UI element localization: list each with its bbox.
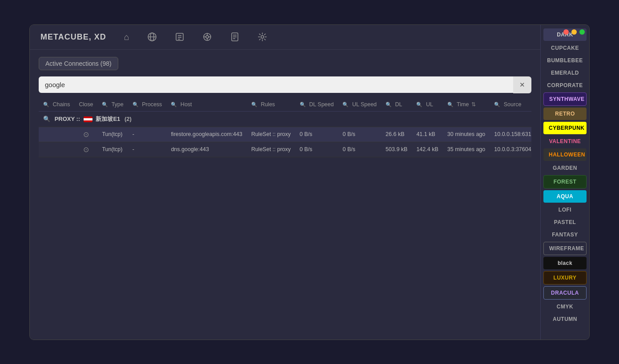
close-button[interactable]: ⊙ bbox=[79, 145, 93, 154]
theme-halloween[interactable]: HALLOWEEN bbox=[543, 148, 587, 161]
col-time[interactable]: 🔍 Time ⇅ bbox=[443, 98, 490, 112]
theme-aqua[interactable]: AQUA bbox=[543, 190, 587, 203]
group-row-cell: 🔍 PROXY :: 新加坡E1 (2) bbox=[39, 111, 531, 127]
table-row: ⊙ Tun(tcp) - dns.google:443 RuleSet :: p… bbox=[39, 142, 531, 157]
col-process[interactable]: 🔍 Process bbox=[128, 98, 167, 112]
theme-autumn[interactable]: AUTUMN bbox=[541, 313, 589, 325]
row2-ul-speed: 0 B/s bbox=[338, 142, 381, 157]
theme-dracula[interactable]: DRACULA bbox=[543, 286, 587, 300]
logs-icon[interactable] bbox=[230, 32, 240, 42]
theme-cmyk[interactable]: CMYK bbox=[541, 300, 589, 313]
col-ul[interactable]: 🔍 UL bbox=[412, 98, 442, 112]
group-server: 新加坡E1 bbox=[96, 116, 120, 122]
table-header-row: 🔍 Chains Close 🔍 Type 🔍 bbox=[39, 98, 531, 112]
theme-synthwave[interactable]: SYNTHWAVE bbox=[543, 92, 587, 106]
row2-time: 35 minutes ago bbox=[443, 142, 490, 157]
close-search-button[interactable]: ✕ bbox=[513, 76, 531, 93]
row1-host: firestore.googleapis.com:443 bbox=[166, 127, 247, 142]
close-button[interactable]: ⊙ bbox=[79, 130, 93, 139]
app-window: METACUBE, XD ⌂ bbox=[29, 24, 590, 340]
col-rules[interactable]: 🔍 Rules bbox=[247, 98, 295, 112]
proxies-icon[interactable] bbox=[147, 32, 157, 42]
row2-dl: 503.9 kB bbox=[381, 142, 412, 157]
col-source[interactable]: 🔍 Source bbox=[490, 98, 531, 112]
row1-rules: RuleSet :: proxy bbox=[247, 127, 295, 142]
connections-table: 🔍 Chains Close 🔍 Type 🔍 bbox=[39, 98, 531, 157]
theme-black[interactable]: black bbox=[543, 257, 587, 269]
nav-icons: ⌂ bbox=[124, 32, 267, 42]
row1-chains bbox=[39, 127, 74, 142]
row2-process: - bbox=[128, 142, 167, 157]
rules-search-icon: 🔍 bbox=[251, 102, 257, 108]
theme-sidebar: DARK CUPCAKE BUMBLEBEE EMERALD CORPORATE… bbox=[540, 25, 589, 340]
col-type[interactable]: 🔍 Type bbox=[97, 98, 128, 112]
theme-corporate[interactable]: CORPORATE bbox=[541, 79, 589, 92]
theme-retro[interactable]: RETRO bbox=[543, 108, 587, 120]
main-area: METACUBE, XD ⌂ bbox=[30, 25, 540, 340]
time-search-icon: 🔍 bbox=[447, 102, 454, 108]
row2-chains bbox=[39, 142, 74, 157]
row2-ul: 142.4 kB bbox=[412, 142, 442, 157]
window-minimize-button[interactable] bbox=[571, 29, 577, 35]
theme-emerald[interactable]: EMERALD bbox=[541, 67, 589, 79]
row2-close[interactable]: ⊙ bbox=[74, 142, 97, 157]
theme-bumblebee[interactable]: BUMBLEBEE bbox=[541, 54, 589, 67]
col-chains[interactable]: 🔍 Chains bbox=[39, 98, 74, 112]
source-search-icon: 🔍 bbox=[494, 102, 500, 108]
connections-table-container: 🔍 Chains Close 🔍 Type 🔍 bbox=[39, 98, 531, 332]
group-label: PROXY :: bbox=[55, 116, 82, 122]
col-dl[interactable]: 🔍 DL bbox=[381, 98, 412, 112]
svg-point-8 bbox=[206, 36, 209, 38]
col-dl-speed[interactable]: 🔍 DL Speed bbox=[295, 98, 338, 112]
col-close[interactable]: Close bbox=[74, 98, 97, 112]
group-row: 🔍 PROXY :: 新加坡E1 (2) bbox=[39, 111, 531, 127]
theme-lofi[interactable]: LOFI bbox=[541, 204, 589, 216]
row2-source: 10.0.0.3:37604 bbox=[490, 142, 531, 157]
window-maximize-button[interactable] bbox=[579, 29, 585, 35]
row1-dl: 26.6 kB bbox=[381, 127, 412, 142]
header: METACUBE, XD ⌂ bbox=[30, 25, 540, 50]
theme-pastel[interactable]: PASTEL bbox=[541, 216, 589, 228]
ul-speed-search-icon: 🔍 bbox=[342, 102, 349, 108]
row1-ul-speed: 0 B/s bbox=[338, 127, 381, 142]
group-flag bbox=[84, 116, 92, 122]
process-search-icon: 🔍 bbox=[133, 102, 139, 108]
section-header: Active Connections (98) bbox=[39, 57, 531, 70]
theme-luxury[interactable]: LUXURY bbox=[543, 271, 587, 284]
dl-speed-search-icon: 🔍 bbox=[300, 102, 306, 108]
col-host[interactable]: 🔍 Host bbox=[166, 98, 247, 112]
rules-icon[interactable] bbox=[175, 32, 185, 42]
svg-point-17 bbox=[261, 36, 264, 38]
theme-cupcake[interactable]: CUPCAKE bbox=[541, 42, 589, 54]
theme-cyberpunk[interactable]: CYBERPUNK bbox=[543, 122, 587, 134]
theme-garden[interactable]: GARDEN bbox=[541, 162, 589, 174]
col-ul-speed[interactable]: 🔍 UL Speed bbox=[338, 98, 381, 112]
row1-close[interactable]: ⊙ bbox=[74, 127, 97, 142]
search-input[interactable] bbox=[39, 76, 513, 93]
chains-search-icon: 🔍 bbox=[43, 102, 49, 108]
row2-type: Tun(tcp) bbox=[97, 142, 128, 157]
row2-dl-speed: 0 B/s bbox=[295, 142, 338, 157]
row1-type: Tun(tcp) bbox=[97, 127, 128, 142]
theme-fantasy[interactable]: FANTASY bbox=[541, 228, 589, 241]
settings-icon[interactable] bbox=[257, 32, 267, 42]
content-area: Active Connections (98) ✕ 🔍 Chains bbox=[30, 50, 540, 340]
row1-dl-speed: 0 B/s bbox=[295, 127, 338, 142]
dl-search-icon: 🔍 bbox=[386, 102, 392, 108]
theme-wireframe[interactable]: WIREFRAME bbox=[543, 242, 587, 255]
row2-host: dns.google:443 bbox=[166, 142, 247, 157]
ul-search-icon: 🔍 bbox=[416, 102, 422, 108]
window-controls bbox=[563, 29, 585, 35]
row1-ul: 41.1 kB bbox=[412, 127, 442, 142]
row1-process: - bbox=[128, 127, 167, 142]
home-icon[interactable]: ⌂ bbox=[124, 32, 129, 42]
theme-forest[interactable]: FOREST bbox=[543, 175, 587, 188]
search-bar: ✕ bbox=[39, 76, 531, 93]
type-search-icon: 🔍 bbox=[102, 102, 108, 108]
row1-source: 10.0.0.158:63101 bbox=[490, 127, 531, 142]
host-search-icon: 🔍 bbox=[171, 102, 177, 108]
table-row: ⊙ Tun(tcp) - firestore.googleapis.com:44… bbox=[39, 127, 531, 142]
theme-valentine[interactable]: VALENTINE bbox=[541, 135, 589, 148]
window-close-button[interactable] bbox=[563, 29, 569, 35]
connections-icon[interactable] bbox=[202, 32, 212, 42]
